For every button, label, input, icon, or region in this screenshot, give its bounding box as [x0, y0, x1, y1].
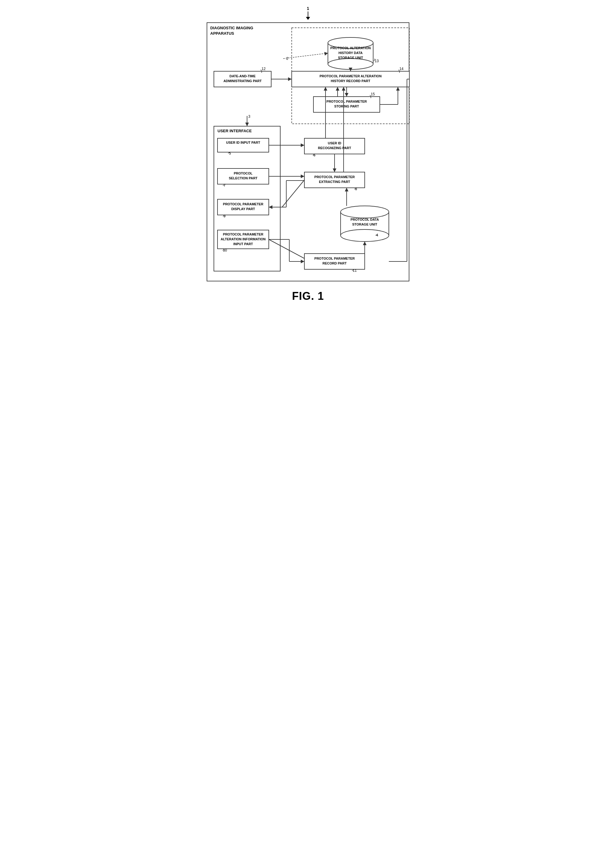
arrow-14-15-head	[345, 93, 348, 97]
ref-15: 15	[371, 92, 375, 96]
diagram-wrapper: PROTOCOL ALTERATION HISTORY DATA STORAGE…	[211, 27, 414, 277]
box-15-label2: STORING PART	[334, 104, 359, 108]
box-12-label2: ADMINISTRATING PART	[223, 79, 262, 83]
ref-3: 3	[248, 115, 250, 119]
box-6-label1: USER ID	[328, 141, 342, 145]
box-15-label1: PROTOCOL PARAMETER	[327, 100, 367, 103]
arrow-7-8-head	[301, 175, 304, 178]
cylinder-4-bottom	[340, 230, 389, 242]
arrow-8-9	[282, 180, 304, 207]
dashed-arrow-2	[283, 53, 328, 59]
box-10-label2: ALTERATION INFORMATION	[220, 237, 265, 241]
box-11-label2: RECORD PART	[322, 261, 346, 265]
box-14-label2: HISTORY RECORD PART	[331, 79, 371, 83]
box-7-label1: PROTOCOL	[234, 171, 253, 175]
box-5	[217, 138, 269, 152]
ref-14: 14	[399, 67, 404, 71]
box-8-label1: PROTOCOL PARAMETER	[314, 175, 355, 179]
page-container: 1 DIAGNOSTIC IMAGING APPARATUS	[202, 6, 414, 302]
box-10-label3: INPUT PART	[233, 242, 253, 246]
box-6-label2: RECOGNIZING PART	[318, 146, 351, 150]
cylinder-13-label2: HISTORY DATA	[339, 51, 363, 54]
top-arrow-container: 1	[306, 6, 310, 20]
box-7-label2: SELECTION PART	[229, 176, 257, 180]
arrow-4-8-head	[345, 188, 348, 192]
ref-13: 13	[375, 59, 379, 63]
cylinder-13-label1: PROTOCOL ALTERATION	[330, 46, 371, 50]
arrow-8-14-head	[342, 87, 345, 91]
cylinder-13-label3: STORAGE UNIT	[338, 56, 363, 59]
cylinder-4-top	[340, 206, 389, 218]
main-apparatus-box: DIAGNOSTIC IMAGING APPARATUS PROTOCOL AL…	[206, 22, 410, 281]
arrow-15-right-head	[396, 87, 400, 91]
box-11-label1: PROTOCOL PARAMETER	[314, 257, 355, 260]
cylinder-4-label1: PROTOCOL DATA	[351, 218, 379, 221]
box-14-label1: PROTOCOL PARAMETER ALTERATION	[319, 74, 382, 78]
arrow-15-14-head	[336, 87, 339, 91]
ui-label: USER INTERFACE	[217, 128, 252, 133]
arrow-stem-top	[308, 12, 308, 17]
box-9-label1: PROTOCOL PARAMETER	[223, 202, 264, 206]
box-8-label2: EXTRACTING PART	[319, 180, 350, 184]
arrow-5-6-head	[301, 144, 304, 147]
box-12-label1: DATE-AND-TIME	[230, 74, 256, 78]
arrow-11-4-head	[363, 242, 366, 245]
box-9-label2: DISPLAY PART	[231, 207, 255, 211]
cylinder-4-label2: STORAGE UNIT	[352, 222, 377, 226]
arrow-6-14-head	[324, 87, 327, 91]
ref-1-label: 1	[307, 6, 309, 11]
arrow-10-11-head	[301, 260, 304, 263]
arrow-3-head	[245, 122, 249, 126]
arrow-12-14-head	[288, 77, 292, 81]
box-10-label1: PROTOCOL PARAMETER	[223, 233, 264, 236]
ref-12: 12	[262, 67, 266, 71]
ref-11: 11	[352, 268, 357, 273]
dashed-arrow-2-head	[324, 52, 328, 56]
arrow-6-8-head	[333, 168, 336, 172]
arrow-head-top	[306, 17, 310, 20]
box-5-label1: USER ID INPUT PART	[226, 141, 261, 144]
figure-label: FIG. 1	[292, 290, 324, 302]
ref-2: 2	[286, 56, 288, 61]
diagram-svg: PROTOCOL ALTERATION HISTORY DATA STORAGE…	[211, 27, 414, 277]
